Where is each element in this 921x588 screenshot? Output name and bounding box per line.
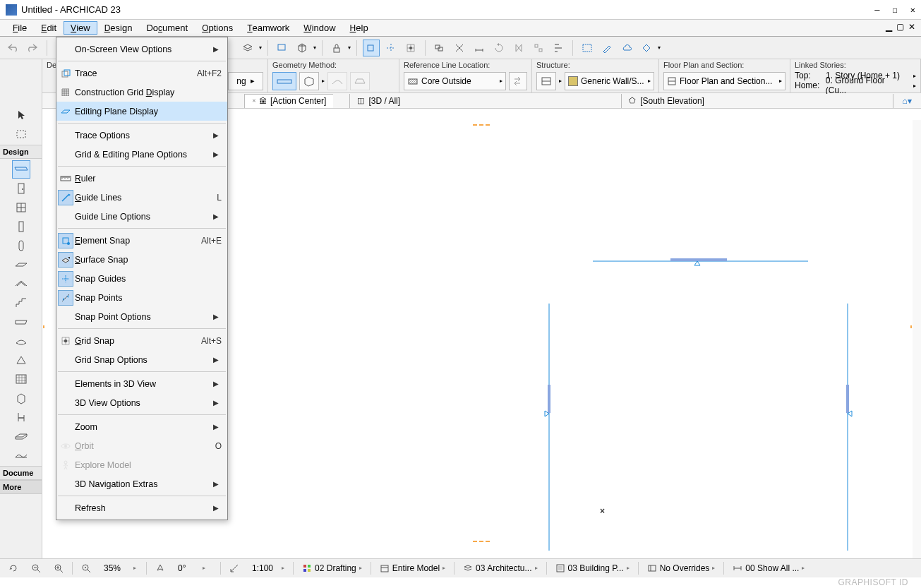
design-section[interactable]: Design bbox=[0, 145, 42, 159]
document-section[interactable]: Docume bbox=[0, 466, 42, 480]
menu-item-guide-line-options[interactable]: Guide Line Options▶ bbox=[56, 207, 227, 226]
stair-tool[interactable] bbox=[12, 294, 30, 312]
door-tool[interactable] bbox=[12, 179, 30, 198]
layers-icon[interactable] bbox=[239, 40, 256, 56]
zoom-refresh-icon[interactable] bbox=[4, 562, 23, 575]
menu-item-zoom[interactable]: Zoom▶ bbox=[56, 417, 227, 436]
menu-item-ruler[interactable]: Ruler bbox=[56, 169, 227, 188]
more-section[interactable]: More bbox=[0, 480, 42, 494]
mesh-tool[interactable] bbox=[12, 446, 30, 464]
menu-item-construction-grid-display[interactable]: Construction Grid Display bbox=[56, 83, 227, 102]
menu-item-3d-navigation-extras[interactable]: 3D Navigation Extras▶ bbox=[56, 474, 227, 493]
zoom-fit-btn[interactable] bbox=[77, 562, 95, 575]
column-tool[interactable] bbox=[12, 217, 30, 236]
menu-item-guide-lines[interactable]: Guide LinesL bbox=[56, 188, 227, 207]
zoom-in-btn[interactable] bbox=[49, 562, 68, 575]
orientation-value[interactable]: 0°▸ bbox=[174, 562, 216, 575]
menu-item-grid-snap[interactable]: Grid SnapAlt+S bbox=[56, 331, 227, 350]
maximize-button[interactable]: ☐ bbox=[893, 5, 898, 15]
trace-ref-icon[interactable] bbox=[274, 40, 291, 56]
menu-item-trace[interactable]: TraceAlt+F2 bbox=[56, 64, 227, 83]
geom-trap-btn[interactable] bbox=[350, 72, 370, 90]
curtain-tool[interactable] bbox=[12, 370, 30, 388]
close-button[interactable]: ✕ bbox=[910, 5, 915, 15]
tab-south-elevation[interactable]: ⬠ [South Elevation] bbox=[621, 94, 893, 108]
measure-icon[interactable] bbox=[471, 40, 488, 56]
menu-item-snap-points[interactable]: Snap Points bbox=[56, 288, 227, 307]
mdi-close[interactable]: ✕ bbox=[907, 22, 917, 32]
window-tool[interactable] bbox=[12, 198, 30, 217]
menu-item-refresh[interactable]: Refresh▶ bbox=[56, 498, 227, 517]
menu-item-on-screen-view-options[interactable]: On-Screen View Options▶ bbox=[56, 40, 227, 59]
layer-combo-btn[interactable]: 03 Architectu...▸ bbox=[459, 562, 541, 575]
object-tool[interactable] bbox=[12, 389, 30, 407]
marquee-icon[interactable] bbox=[579, 40, 596, 56]
menu-teamwork[interactable]: Teamwork bbox=[240, 21, 296, 35]
rotate-icon[interactable] bbox=[490, 40, 507, 56]
mdi-restore[interactable]: ▢ bbox=[895, 22, 905, 32]
scale-icon[interactable] bbox=[225, 562, 243, 575]
morph-tool[interactable] bbox=[12, 351, 30, 369]
roof-tool[interactable] bbox=[12, 275, 30, 293]
geom-box-btn[interactable] bbox=[299, 72, 319, 90]
gridsnap-btn[interactable] bbox=[402, 40, 419, 56]
renov-btn[interactable]: 03 Building P...▸ bbox=[551, 562, 634, 575]
menu-item-3d-view-options[interactable]: 3D View Options▶ bbox=[56, 393, 227, 412]
geom-curve-btn[interactable] bbox=[327, 72, 347, 90]
menu-design[interactable]: Design bbox=[97, 21, 140, 35]
object-chair-tool[interactable] bbox=[12, 408, 30, 426]
zone-tool[interactable] bbox=[12, 427, 30, 445]
geom-straight-btn[interactable] bbox=[272, 72, 296, 90]
multiply-icon[interactable] bbox=[530, 40, 547, 56]
beam-tool[interactable] bbox=[12, 313, 30, 331]
menu-item-elements-in-3d-view[interactable]: Elements in 3D View▶ bbox=[56, 374, 227, 393]
menu-item-grid-editing-plane-options[interactable]: Grid & Editing Plane Options▶ bbox=[56, 145, 227, 164]
orientation-icon[interactable] bbox=[151, 562, 169, 575]
struct-basic-btn[interactable] bbox=[536, 72, 556, 90]
default-setting-btn[interactable]: ng ▸ bbox=[228, 72, 263, 90]
scale-value[interactable]: 1:100▸ bbox=[248, 562, 289, 575]
edit-sel-icon[interactable] bbox=[598, 40, 615, 56]
cloud-icon[interactable] bbox=[618, 40, 635, 56]
dim-btn[interactable]: 00 Show All ...▸ bbox=[728, 562, 809, 575]
wall-tool[interactable] bbox=[12, 160, 30, 179]
override-btn[interactable]: No Overrides▸ bbox=[643, 562, 720, 575]
align-icon[interactable] bbox=[550, 40, 567, 56]
menu-item-snap-point-options[interactable]: Snap Point Options▶ bbox=[56, 307, 227, 326]
refline-dropdown[interactable]: Core Outside ▸ bbox=[404, 72, 506, 90]
redo-button[interactable] bbox=[24, 40, 41, 56]
penset-btn[interactable]: 02 Drafting▸ bbox=[298, 562, 366, 575]
refline-flip-btn[interactable] bbox=[509, 72, 527, 90]
arrow-tool[interactable] bbox=[12, 106, 30, 124]
marquee-tool[interactable] bbox=[12, 125, 30, 143]
menu-item-surface-snap[interactable]: Surface Snap bbox=[56, 250, 227, 269]
mvo-btn[interactable]: Entire Model▸ bbox=[375, 562, 450, 575]
suspend-groups-icon[interactable] bbox=[431, 40, 448, 56]
menu-item-trace-options[interactable]: Trace Options▶ bbox=[56, 126, 227, 145]
column-round-tool[interactable] bbox=[12, 236, 30, 255]
struct-material-btn[interactable]: Generic Wall/S... ▸ bbox=[565, 72, 654, 90]
menu-options[interactable]: Options bbox=[195, 21, 240, 35]
menu-edit[interactable]: Edit bbox=[34, 21, 64, 35]
slab-tool[interactable] bbox=[12, 256, 30, 274]
mirror-icon[interactable] bbox=[510, 40, 527, 56]
snap-guides-btn[interactable] bbox=[383, 40, 399, 56]
menu-file[interactable]: File bbox=[6, 21, 34, 35]
shell-tool[interactable] bbox=[12, 332, 30, 350]
zoom-out-btn[interactable] bbox=[27, 562, 45, 575]
menu-window[interactable]: Window bbox=[296, 21, 342, 35]
menu-document[interactable]: Document bbox=[139, 21, 195, 35]
mdi-min[interactable]: ▁ bbox=[884, 22, 893, 32]
zoom-value[interactable]: 35%▸ bbox=[100, 562, 142, 575]
menu-item-editing-plane-display[interactable]: Editing Plane Display bbox=[56, 102, 227, 121]
lock-icon[interactable] bbox=[328, 40, 345, 56]
undo-button[interactable] bbox=[4, 40, 21, 56]
element-snap-btn[interactable] bbox=[363, 40, 380, 56]
tab-action-center[interactable]: ✕ 🏛 [Action Center] bbox=[244, 94, 333, 108]
graphisoft-id[interactable]: GRAPHISOFT ID bbox=[838, 577, 908, 587]
menu-item-snap-guides[interactable]: Snap Guides bbox=[56, 269, 227, 288]
floorplan-btn[interactable]: Floor Plan and Section... ▸ bbox=[663, 72, 785, 90]
tab-3d-all[interactable]: ◫ [3D / All] bbox=[349, 94, 622, 108]
trim-icon[interactable] bbox=[451, 40, 468, 56]
tab-navigator-btn[interactable]: ⌂▾ bbox=[893, 96, 921, 106]
